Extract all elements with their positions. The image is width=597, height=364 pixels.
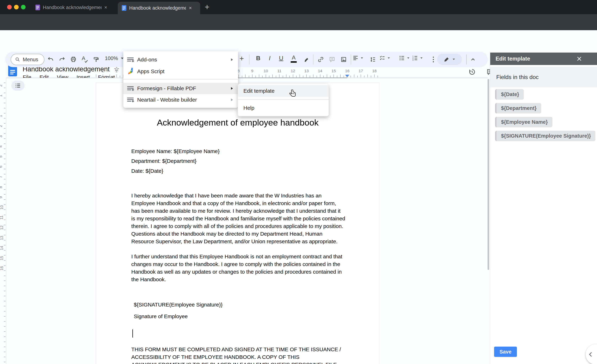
ruler-number: 1 [0,95,3,97]
docs-toolbar: Menus A 100% + B I U A [5,52,488,67]
numbered-list-button[interactable]: 123 [412,55,423,61]
doc-field-employee[interactable]: Employee Name: ${Employee Name} [131,147,220,155]
ruler-number: 11 [0,216,4,220]
submenu-item-edit-template[interactable]: Edit template [238,85,329,97]
doc-paragraph-1[interactable]: I hereby acknowledge that I have been ma… [131,192,346,245]
edit-template-panel: Edit template Fields in this doc ${Date}… [490,52,597,364]
redo-icon[interactable] [57,55,67,64]
ruler-number: 10 [0,205,4,209]
zoom-value: 100% [105,55,118,61]
panel-title: Edit template [495,55,530,62]
browser-url-bar: docs.google.com/document/d/1lmmzBUwiBnDR… [0,14,597,30]
document-page[interactable]: Acknowledgement of employee handbook Emp… [96,83,379,364]
editing-mode-button[interactable] [437,54,462,65]
insert-link-icon[interactable] [316,55,325,64]
browser-tab-inactive[interactable]: Handbook acknowledgement × [35,2,115,12]
ruler-number: 5 [0,155,3,158]
menu-item-addons[interactable]: Add-ons [123,54,238,66]
ruler-number: 2 [102,69,104,73]
ruler-number: 1 [115,69,118,73]
formesign-icon [127,85,134,92]
ruler-number: 2 [0,84,3,86]
doc-signature-label[interactable]: Signature of Employee [134,312,188,320]
menu-item-neartail[interactable]: Neartail - Website builder [123,94,238,106]
ruler-number: 14 [318,69,322,73]
bold-button[interactable]: B [256,55,260,62]
text-cursor [132,329,133,338]
menu-item-formesign[interactable]: Formesign - Fillable PDF [123,83,238,94]
save-button[interactable]: Save [494,347,517,357]
editing-mode-dropdown-icon [453,59,455,60]
zoom-select[interactable]: 100% [105,55,124,61]
outline-list-icon [15,82,21,89]
panel-section-header: Fields in this doc [490,67,597,87]
doc-title[interactable]: Acknowledgement of employee handbook [96,117,379,127]
ruler-number: 15 [331,69,336,73]
ruler-number: 2 [0,125,3,127]
extensions-menu: Add-ons Apps Script Formesign - Fillable… [123,51,238,108]
field-chip[interactable]: ${SIGNATURE(Employee Signature)} [495,131,595,141]
submenu-item-help[interactable]: Help [238,102,329,114]
doc-field-date[interactable]: Date: ${Date} [131,167,163,175]
ruler-number: 15 [0,256,4,260]
line-spacing-icon[interactable] [368,55,377,64]
window-zoom-button[interactable] [21,5,26,9]
doc-signature-placeholder[interactable]: ${SIGNATURE(Employee Signature)} [134,301,223,309]
collapse-toolbar-icon[interactable] [468,55,478,64]
window-close-button[interactable] [7,5,12,9]
undo-icon[interactable] [46,55,55,64]
add-comment-icon[interactable] [328,55,337,64]
menu-divider [123,79,238,79]
ruler-number: 9 [251,69,253,73]
print-icon[interactable] [69,55,78,64]
field-chip[interactable]: ${Date} [495,89,524,100]
panel-header: Edit template [490,53,597,65]
field-chip[interactable]: ${Department} [495,103,541,113]
highlight-color-icon[interactable] [302,55,311,64]
text-color-button[interactable]: A [291,54,297,63]
doc-paragraph-2[interactable]: I further understand that this Employee … [131,253,346,283]
vertical-scrollbar[interactable] [487,79,489,270]
close-icon[interactable] [577,56,582,62]
font-size-increase-button[interactable]: + [240,54,244,63]
ruler-number: 4 [0,145,3,147]
submenu-arrow-icon [231,99,233,101]
spell-check-icon[interactable]: A [80,55,90,64]
show-outline-button[interactable] [11,81,24,91]
doc-footer-caps[interactable]: THIS FORM MUST BE COMPLETED AND SIGNED A… [131,346,346,364]
ruler-number: 11 [277,69,282,73]
field-chip-list: ${Date}${Department}${Employee Name}${SI… [495,89,595,145]
apps-script-icon [127,68,134,75]
align-dropdown-icon [361,57,363,59]
ruler-number: 7 [0,176,3,178]
italic-button[interactable]: I [269,55,270,62]
bulleted-list-button[interactable] [399,55,410,61]
bulleted-list-dropdown-icon [407,57,409,59]
neartail-icon [127,96,134,103]
new-tab-icon[interactable]: + [205,3,210,11]
tab-title: Handbook acknowledgement [129,5,186,11]
window-minimize-button[interactable] [14,5,19,9]
align-button[interactable] [352,55,363,61]
submenu-arrow-icon [231,87,233,90]
field-chip[interactable]: ${Employee Name} [495,117,552,127]
vertical-ruler[interactable]: 2112345678910111213141516 [0,78,6,364]
horizontal-ruler[interactable]: 2189101112131415161718 [6,68,488,78]
ruler-number: 1 [0,115,3,117]
search-icon [15,57,20,62]
addons-icon [127,56,134,63]
menus-search-button[interactable]: Menus [11,54,44,65]
ruler-number: 17 [359,69,363,73]
more-options-icon[interactable] [429,55,438,64]
browser-tab-active[interactable]: Handbook acknowledgement × [118,2,200,14]
underline-button[interactable]: U [279,55,283,62]
menu-item-apps-script[interactable]: Apps Script [123,66,238,77]
insert-image-icon[interactable] [339,55,348,64]
submenu-arrow-icon [231,58,233,61]
checklist-button[interactable] [379,55,390,61]
tab-close-icon[interactable]: × [189,5,192,11]
tab-close-icon[interactable]: × [104,5,107,10]
paint-format-icon[interactable] [92,55,101,64]
doc-field-department[interactable]: Department: ${Department} [131,157,196,165]
ruler-number: 9 [0,196,3,198]
